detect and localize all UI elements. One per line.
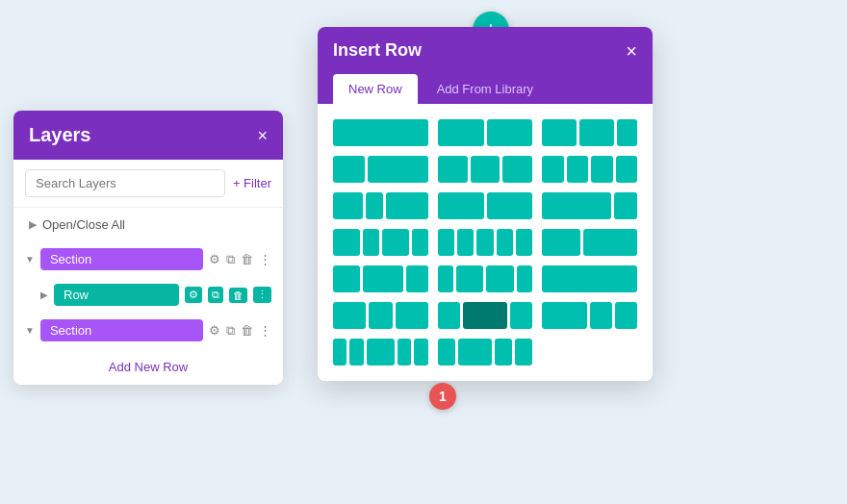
search-input[interactable] [25,169,225,197]
duplicate-icon[interactable]: ⧉ [226,252,235,267]
section-label-1: Section [40,248,203,270]
layout-2col-3col[interactable] [542,302,637,329]
layout-2col-v3[interactable] [542,229,637,256]
arrow-icon: ▶ [29,218,37,231]
layers-panel: Layers × + Filter ▶ Open/Close All ▼ Sec… [13,111,283,385]
layout-3col-122[interactable] [542,119,637,146]
row-1-icons: ⚙ ⧉ 🗑 ⋮ [185,287,271,303]
layout-4col-v3[interactable] [438,339,533,365]
arrow-icon[interactable]: ▼ [25,325,35,336]
tab-new-row[interactable]: New Row [333,74,418,104]
modal-close-button[interactable]: × [626,41,637,61]
modal-title: Insert Row [333,40,422,61]
delete-icon[interactable]: 🗑 [241,323,253,338]
more-icon[interactable]: ⋮ [259,252,271,266]
insert-row-modal: Insert Row × New Row Add From Library [318,27,653,381]
modal-body [318,104,653,381]
settings-icon[interactable]: ⚙ [209,323,220,338]
layout-4col-v2[interactable] [333,229,428,256]
layout-2col-sm-lg[interactable] [333,156,428,183]
tab-add-from-library[interactable]: Add From Library [422,74,549,104]
duplicate-icon[interactable]: ⧉ [208,287,223,303]
layout-2col-equal[interactable] [438,119,533,146]
section-label-2: Section [40,319,203,341]
open-close-label: Open/Close All [42,217,125,232]
layout-3col-badge[interactable] [438,302,533,329]
layout-1col[interactable] [333,119,428,146]
layer-row-1: ▶ Row ⚙ ⧉ 🗑 ⋮ [13,277,283,313]
layout-3col-121[interactable] [333,192,428,219]
arrow-icon[interactable]: ▶ [40,290,48,300]
layers-title: Layers [29,124,91,146]
layers-header: Layers × [13,111,283,160]
arrow-icon[interactable]: ▼ [25,254,35,265]
settings-icon[interactable]: ⚙ [209,252,220,266]
delete-icon[interactable]: 🗑 [229,288,247,303]
open-close-all[interactable]: ▶ Open/Close All [13,208,283,241]
more-icon[interactable]: ⋮ [253,287,271,303]
add-new-row-button[interactable]: Add New Row [109,360,188,374]
layout-2col-sm-sm[interactable] [438,192,533,219]
layout-4col[interactable] [542,156,637,183]
modal-header: Insert Row × [318,27,653,74]
layers-search-row: + Filter [13,160,283,208]
section-1-icons: ⚙ ⧉ 🗑 ⋮ [209,252,271,267]
layout-1col-wide[interactable] [542,265,637,292]
duplicate-icon[interactable]: ⧉ [226,323,235,339]
more-icon[interactable]: ⋮ [259,323,271,338]
modal-tabs: New Row Add From Library [318,74,653,104]
layout-3col-sm[interactable] [333,302,428,329]
layout-5col-v2[interactable] [333,339,428,365]
add-new-row-section: Add New Row [13,348,283,385]
layout-3col-v4[interactable] [438,265,533,292]
layout-5col[interactable] [438,229,533,256]
layer-section-1: ▼ Section ⚙ ⧉ 🗑 ⋮ [13,241,283,277]
delete-icon[interactable]: 🗑 [241,252,253,266]
layer-section-2: ▼ Section ⚙ ⧉ 🗑 ⋮ [13,313,283,348]
badge: 1 [429,383,456,410]
filter-button[interactable]: + Filter [233,176,271,190]
layers-close-button[interactable]: × [257,127,268,144]
settings-icon[interactable]: ⚙ [185,287,202,303]
section-2-icons: ⚙ ⧉ 🗑 ⋮ [209,323,271,339]
row-label-1: Row [54,284,179,306]
layout-3col-equal[interactable] [438,156,533,183]
row-layout-grid [333,119,637,365]
layout-2col-lg-sm[interactable] [542,192,637,219]
layout-3col-v3[interactable] [333,265,428,292]
